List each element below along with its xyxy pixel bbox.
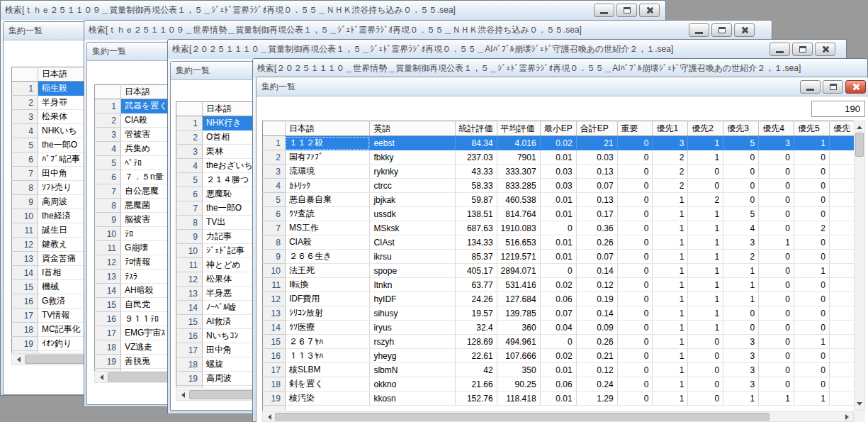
value-cell[interactable]: 1: [688, 150, 723, 165]
row-number[interactable]: 7: [95, 184, 121, 199]
value-cell[interactable]: 0: [794, 150, 830, 165]
value-cell[interactable]: 687.63: [455, 221, 497, 235]
close-button[interactable]: [639, 4, 660, 17]
row-number[interactable]: 12: [12, 238, 38, 252]
value-cell[interactable]: 128.69: [455, 335, 497, 349]
value-cell[interactable]: 42: [455, 363, 497, 377]
column-header-5[interactable]: 最小EP: [540, 121, 576, 136]
value-cell[interactable]: 1: [653, 335, 688, 349]
value-cell[interactable]: 107.666: [497, 349, 540, 363]
value-cell[interactable]: 21.66: [455, 377, 497, 392]
value-cell[interactable]: 1: [653, 292, 688, 306]
value-cell[interactable]: 1: [653, 363, 688, 377]
value-cell[interactable]: 3: [653, 136, 688, 150]
value-cell[interactable]: 63.77: [455, 278, 497, 292]
value-cell[interactable]: 0.01: [540, 193, 576, 207]
column-header-11[interactable]: 優先4: [759, 121, 794, 136]
row-number[interactable]: 5: [95, 156, 121, 170]
row-number[interactable]: 10: [176, 244, 203, 258]
value-cell[interactable]: 2894.071: [497, 264, 540, 278]
row-number[interactable]: 6: [263, 207, 286, 221]
value-cell[interactable]: 0: [617, 179, 653, 193]
row-number[interactable]: 9: [176, 230, 203, 244]
japanese-cell[interactable]: ｼﾘｺﾝ放射: [285, 306, 369, 321]
japanese-cell[interactable]: 剣を置く: [285, 377, 369, 392]
row-number[interactable]: 19: [12, 337, 38, 351]
value-cell[interactable]: 0.17: [576, 207, 617, 221]
value-cell[interactable]: 0: [540, 221, 576, 235]
value-cell[interactable]: 0.03: [540, 179, 576, 193]
window-titlebar[interactable]: 検索[ｔｈｅ２５１１０９＿質量制御再現公表１，５＿ｼﾞｪﾄﾞ霊界ﾗｼﾞｵ再現０．…: [1, 1, 665, 20]
scroll-down-button[interactable]: [855, 399, 864, 410]
value-cell[interactable]: 1: [688, 250, 723, 264]
minimize-button[interactable]: [800, 80, 821, 94]
japanese-cell[interactable]: 法王死: [285, 264, 369, 278]
english-cell[interactable]: kkosn: [370, 392, 455, 406]
value-cell[interactable]: 0: [688, 179, 723, 193]
value-cell[interactable]: 0: [617, 306, 653, 321]
value-cell[interactable]: 405.17: [455, 264, 497, 278]
value-cell[interactable]: 0: [617, 377, 653, 392]
close-button[interactable]: [815, 43, 835, 56]
value-cell[interactable]: 0: [617, 207, 653, 221]
value-cell[interactable]: 1: [688, 306, 723, 321]
value-cell[interactable]: 460.538: [497, 193, 540, 207]
value-cell[interactable]: 0.13: [576, 193, 617, 207]
value-cell[interactable]: 0: [759, 193, 794, 207]
value-cell[interactable]: 0: [723, 193, 759, 207]
window-titlebar[interactable]: 検索[ｔｈｅ２５１１０９＿世界情勢＿質量制御再現公表１，５＿ｼﾞｪﾄﾞ霊界ﾗｼﾞ…: [84, 21, 772, 40]
row-number[interactable]: 12: [263, 292, 286, 306]
japanese-cell[interactable]: 流環境: [285, 165, 369, 179]
value-cell[interactable]: 127.684: [497, 292, 540, 306]
value-cell[interactable]: 0.12: [576, 278, 617, 292]
value-cell[interactable]: 0: [688, 392, 723, 406]
row-number[interactable]: 15: [95, 298, 121, 312]
row-number[interactable]: 15: [263, 335, 286, 349]
row-number[interactable]: 2: [176, 131, 203, 145]
window-titlebar[interactable]: 検索[２０２５１１１０＿世界情勢＿質量制御再現公表１，５＿ｼﾞｪﾄﾞ霊界ﾗｼﾞｵ…: [253, 59, 867, 78]
value-cell[interactable]: 43.33: [455, 165, 497, 179]
value-cell[interactable]: 360: [497, 321, 540, 335]
value-cell[interactable]: 1: [723, 292, 759, 306]
value-cell[interactable]: 0.06: [540, 377, 576, 392]
row-number[interactable]: 1: [176, 116, 203, 131]
value-cell[interactable]: 0: [688, 349, 723, 363]
value-cell[interactable]: 0: [617, 136, 653, 150]
english-cell[interactable]: yheyg: [370, 349, 455, 363]
row-number[interactable]: 5: [176, 173, 203, 187]
row-number[interactable]: 4: [263, 179, 286, 193]
value-cell[interactable]: 1: [759, 235, 794, 250]
row-number[interactable]: 7: [12, 167, 38, 181]
row-number[interactable]: 12: [95, 255, 121, 270]
value-cell[interactable]: 5: [723, 207, 759, 221]
value-cell[interactable]: 3: [723, 335, 759, 349]
row-number[interactable]: 2: [263, 150, 286, 165]
column-header-6[interactable]: 合計EP: [576, 121, 617, 136]
value-cell[interactable]: 3: [723, 349, 759, 363]
value-cell[interactable]: 0: [794, 250, 830, 264]
value-cell[interactable]: [829, 392, 854, 406]
row-number[interactable]: 11: [263, 278, 286, 292]
english-cell[interactable]: eebst: [370, 136, 455, 150]
value-cell[interactable]: 0: [617, 321, 653, 335]
value-cell[interactable]: 1: [653, 392, 688, 406]
value-cell[interactable]: 1: [653, 221, 688, 235]
value-cell[interactable]: 0: [759, 250, 794, 264]
value-cell[interactable]: 0: [617, 264, 653, 278]
row-number[interactable]: 3: [12, 110, 38, 124]
value-cell[interactable]: 138.51: [455, 207, 497, 221]
value-cell[interactable]: 494.961: [497, 335, 540, 349]
value-cell[interactable]: 0: [794, 377, 830, 392]
value-cell[interactable]: 333.307: [497, 165, 540, 179]
value-cell[interactable]: 0.09: [576, 321, 617, 335]
value-cell[interactable]: 1: [794, 392, 830, 406]
value-cell[interactable]: 0: [794, 193, 830, 207]
value-cell[interactable]: [829, 193, 854, 207]
row-number[interactable]: 18: [263, 377, 286, 392]
value-cell[interactable]: 0: [794, 306, 830, 321]
value-cell[interactable]: 1: [688, 136, 723, 150]
value-cell[interactable]: [829, 179, 854, 193]
value-cell[interactable]: 3: [723, 363, 759, 377]
value-cell[interactable]: 1: [653, 235, 688, 250]
row-number[interactable]: 3: [95, 128, 121, 142]
